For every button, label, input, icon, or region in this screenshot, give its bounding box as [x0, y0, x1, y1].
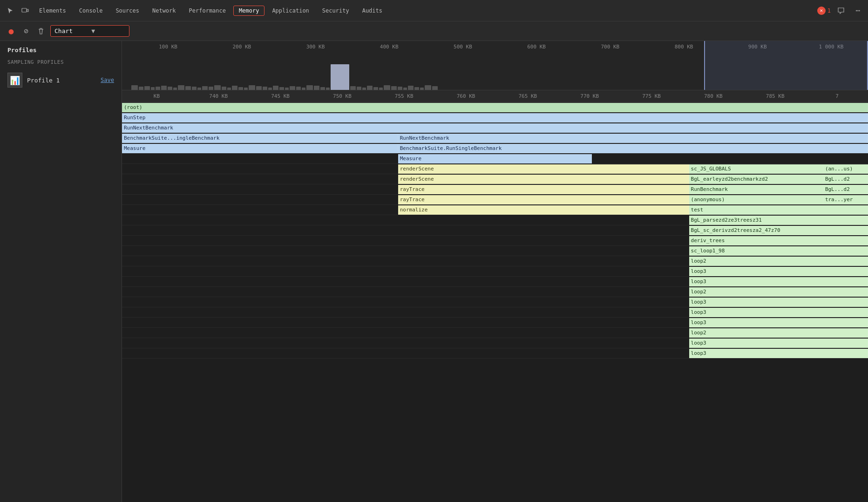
mini-bar: [131, 85, 138, 90]
svg-rect-1: [27, 9, 28, 12]
mini-bar: [168, 87, 172, 90]
profile-item[interactable]: 📊 Profile 1 Save: [0, 69, 122, 91]
tab-sources[interactable]: Sources: [110, 6, 145, 16]
device-icon[interactable]: [19, 4, 32, 17]
flame-row-loop3-3: loop3: [122, 297, 868, 307]
tab-memory[interactable]: Memory: [233, 6, 264, 16]
stop-button[interactable]: ⊘: [20, 26, 32, 37]
flame-block-deriv-trees[interactable]: deriv_trees: [689, 236, 868, 245]
detail-tick-kb: KB: [126, 93, 188, 99]
flame-block-normalize[interactable]: normalize: [398, 205, 689, 215]
flame-block-loop3-6[interactable]: loop3: [689, 339, 868, 348]
flame-block-anonymous[interactable]: (anonymous): [689, 195, 823, 204]
flame-block-sc-js-globals[interactable]: sc_JS_GLOBALS: [689, 164, 823, 174]
flame-block-loop2-2[interactable]: loop2: [689, 287, 868, 297]
flame-row-raytrace2: rayTrace (anonymous) tra...yer: [122, 195, 868, 205]
tab-security[interactable]: Security: [317, 6, 355, 16]
flame-block-an-us[interactable]: (an...us): [823, 164, 868, 174]
comment-icon[interactable]: [834, 4, 848, 17]
flame-block-bgl-d2-2[interactable]: BgL...d2: [823, 185, 868, 194]
detail-tick-755: 755 KB: [373, 93, 435, 99]
cursor-icon[interactable]: [4, 4, 17, 17]
tab-elements[interactable]: Elements: [34, 6, 72, 16]
flame-block-loop3-1[interactable]: loop3: [689, 267, 868, 276]
flame-row-loop2-3: loop2: [122, 328, 868, 338]
tab-audits[interactable]: Audits: [357, 6, 388, 16]
mini-bar: [420, 88, 424, 90]
flame-block-loop2-1[interactable]: loop2: [689, 257, 868, 266]
flame-block-tra-yer[interactable]: tra...yer: [823, 195, 868, 204]
mini-bar: [403, 88, 407, 90]
nav-right: ✕ 1 ⋯: [817, 4, 864, 17]
more-icon[interactable]: ⋯: [851, 4, 864, 17]
flame-block-bgl-d2[interactable]: BgL...d2: [823, 175, 868, 184]
flame-block-runsingle[interactable]: BenchmarkSuite.RunSingleBenchmark: [398, 144, 868, 153]
chart-dropdown[interactable]: Chart ▼: [50, 25, 129, 37]
flame-row-measure-benchmark: Measure BenchmarkSuite.RunSingleBenchmar…: [122, 143, 868, 154]
flame-block-loop3-5[interactable]: loop3: [689, 318, 868, 327]
flame-block-renderscene2[interactable]: renderScene: [398, 175, 689, 184]
mini-bar: [290, 86, 295, 90]
error-badge[interactable]: ✕ 1: [817, 7, 831, 15]
mini-bar: [320, 87, 325, 90]
flame-row-root: (root): [122, 102, 868, 113]
tab-network[interactable]: Network: [147, 6, 182, 16]
top-nav: Elements Console Sources Network Perform…: [0, 0, 868, 21]
flame-row-loop3-1: loop3: [122, 266, 868, 277]
flame-block-root[interactable]: (root): [122, 103, 868, 112]
mini-bar: [273, 86, 278, 90]
detail-ruler: KB 740 KB 745 KB 750 KB 755 KB 760 KB 76…: [122, 90, 868, 102]
flame-block-bgl-sc-deriv[interactable]: BgL_sc_derivzd2treesza2_47z70: [689, 226, 868, 235]
ruler-tick-100kb: 100 KB: [131, 44, 205, 50]
mini-bar: [414, 87, 419, 90]
flame-block-raytrace2[interactable]: rayTrace: [398, 195, 689, 204]
flame-block-test[interactable]: test: [689, 205, 868, 215]
record-button[interactable]: ●: [6, 26, 17, 37]
mini-bar: [314, 86, 319, 90]
save-link[interactable]: Save: [101, 77, 114, 83]
ruler-tick-500kb: 500 KB: [426, 44, 500, 50]
flame-block-sc-loop1[interactable]: sc_loop1_98: [689, 246, 868, 256]
mini-bar: [209, 87, 213, 90]
detail-tick-785: 785 KB: [744, 93, 806, 99]
flame-chart[interactable]: (root) RunStep RunNextBenchmark Benchmar…: [122, 102, 868, 502]
overview-bar: 100 KB 200 KB 300 KB 400 KB 500 KB 600 K…: [122, 41, 868, 90]
detail-tick-750: 750 KB: [311, 93, 373, 99]
overview-selection[interactable]: [704, 41, 868, 90]
flame-block-bgl-earley[interactable]: BgL_earleyzd2benchmarkzd2: [689, 175, 823, 184]
mini-bar: [238, 87, 243, 90]
flame-block-loop3-2[interactable]: loop3: [689, 277, 868, 286]
flame-row-loop3-7: loop3: [122, 348, 868, 359]
mini-bar: [192, 87, 197, 90]
flame-block-renderscene1[interactable]: renderScene: [398, 164, 689, 174]
flame-block-raytrace1[interactable]: rayTrace: [398, 185, 689, 194]
flame-block-runbenchmark[interactable]: RunBenchmark: [689, 185, 823, 194]
flame-block-measure1[interactable]: Measure: [122, 144, 398, 153]
flame-block-loop3-4[interactable]: loop3: [689, 308, 868, 317]
flame-block-bgl-parse[interactable]: BgL_parsezd2ze3treesz31: [689, 216, 868, 225]
mini-bar: [432, 86, 438, 90]
flame-row-renderscene1: renderScene sc_JS_GLOBALS (an...us): [122, 164, 868, 174]
mini-bar: [373, 87, 378, 90]
flame-block-benchmarksuite1[interactable]: BenchmarkSuite...ingleBenchmark: [122, 134, 398, 143]
flame-block-runnextbenchmark2[interactable]: RunNextBenchmark: [398, 134, 868, 143]
sampling-profiles-label: SAMPLING PROFILES: [0, 57, 122, 69]
mini-bar: [139, 87, 143, 90]
mini-bar: [391, 86, 397, 90]
tab-console[interactable]: Console: [74, 6, 108, 16]
mini-bar: [285, 88, 289, 90]
tab-application[interactable]: Application: [266, 6, 314, 16]
flame-block-measure2[interactable]: Measure: [398, 154, 592, 163]
tab-performance[interactable]: Performance: [183, 6, 231, 16]
flame-block-runstep[interactable]: RunStep: [122, 113, 868, 122]
flame-block-loop3-3[interactable]: loop3: [689, 298, 868, 307]
mini-bar: [379, 88, 383, 90]
mini-bar: [296, 87, 301, 90]
clear-button[interactable]: [35, 26, 47, 37]
flame-block-loop3-7[interactable]: loop3: [689, 349, 868, 358]
mini-bar: [367, 86, 373, 90]
mini-bar: [357, 87, 361, 90]
flame-block-runnextbenchmark[interactable]: RunNextBenchmark: [122, 123, 868, 133]
mini-bar: [350, 86, 356, 90]
flame-block-loop2-3[interactable]: loop2: [689, 328, 868, 338]
